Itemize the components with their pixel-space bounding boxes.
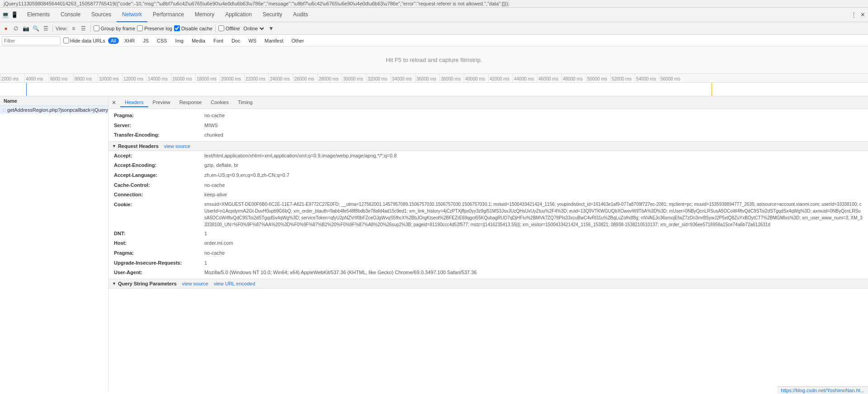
timeline-area: 2000 ms4000 ms6000 ms8000 ms10000 ms1200… <box>0 74 868 96</box>
timeline-tick: 46000 ms <box>537 74 561 82</box>
filter-type-all[interactable]: All <box>108 38 119 44</box>
inspect-icon[interactable]: 💻 <box>2 11 9 19</box>
timeline-tick: 24000 ms <box>269 74 293 82</box>
query-string-section-title[interactable]: ▼ Query String Parameters view source vi… <box>108 279 868 289</box>
header-value: no-cache <box>204 112 863 120</box>
view-source-link[interactable]: view source <box>164 143 190 149</box>
sep3 <box>215 25 216 32</box>
timeline-tick: 36000 ms <box>415 74 439 82</box>
status-url: https://blog.csdn.net/YoshimoNan.ht... <box>781 388 864 392</box>
preserve-log-label[interactable]: Preserve log <box>137 25 172 31</box>
right-tab-headers[interactable]: Headers <box>120 98 148 107</box>
filter-type-font[interactable]: Font <box>211 38 226 44</box>
filter-type-css[interactable]: CSS <box>154 38 170 44</box>
disable-cache-text: Disable cache <box>181 26 212 31</box>
tab-sources[interactable]: Sources <box>86 8 117 22</box>
timeline-tick: 22000 ms <box>244 74 269 82</box>
timeline-tick: 26000 ms <box>293 74 317 82</box>
timeline-marker-left <box>26 83 27 96</box>
header-value: 1 <box>204 259 863 267</box>
preserve-log-text: Preserve log <box>144 26 172 31</box>
request-header-row: Accept:text/html,application/xhtml+xml,a… <box>108 151 868 161</box>
filter-type-js[interactable]: JS <box>140 38 151 44</box>
throttle-dropdown-icon[interactable]: ▼ <box>267 24 275 33</box>
request-headers-title: Request Headers <box>118 143 159 149</box>
device-icon[interactable]: 📱 <box>11 11 18 19</box>
group-by-frame-checkbox[interactable] <box>94 25 99 31</box>
header-value: keep-alive <box>204 191 863 199</box>
right-tab-timing[interactable]: Timing <box>233 98 257 107</box>
sep2 <box>90 25 91 32</box>
request-headers-rows: Accept:text/html,application/xhtml+xml,a… <box>108 151 868 278</box>
devtools-container: 💻 📱 Elements Console Sources Network Per… <box>0 8 868 392</box>
timeline-tick: 10000 ms <box>98 74 122 82</box>
preserve-log-checkbox[interactable] <box>137 25 143 31</box>
filter-type-other[interactable]: Other <box>289 38 307 44</box>
capture-screenshot-btn[interactable]: 📷 <box>22 24 30 33</box>
request-item[interactable]: □ getAddressRegion.php?jsonpcallback=jQu… <box>0 106 108 114</box>
disable-cache-label[interactable]: Disable cache <box>174 25 212 31</box>
group-by-frame-label[interactable]: Group by frame <box>94 25 135 31</box>
clear-btn[interactable]: ∅ <box>12 24 20 33</box>
right-tab-preview[interactable]: Preview <box>148 98 175 107</box>
search-btn[interactable]: ☰ <box>42 24 50 33</box>
tab-elements[interactable]: Elements <box>22 8 55 22</box>
header-key: DNT: <box>114 230 204 238</box>
query-view-source-link[interactable]: view source <box>182 281 208 286</box>
close-devtools-icon[interactable]: ✕ <box>859 11 866 19</box>
right-tab-cookies[interactable]: Cookies <box>206 98 233 107</box>
request-header-row: Cache-Control:no-cache <box>108 180 868 190</box>
tab-memory[interactable]: Memory <box>189 8 220 22</box>
tab-performance[interactable]: Performance <box>147 8 189 22</box>
timeline-tick: 56000 ms <box>659 74 684 82</box>
filter-input[interactable] <box>2 36 61 45</box>
view-list-btn[interactable]: ≡ <box>70 24 78 33</box>
filter-type-media[interactable]: Media <box>189 38 208 44</box>
tab-application[interactable]: Application <box>220 8 257 22</box>
timeline-tick: 8000 ms <box>73 74 98 82</box>
devtools-icons: 💻 📱 <box>2 11 18 19</box>
timeline-tick: 14000 ms <box>146 74 171 82</box>
header-value: Mozilla/5.0 (Windows NT 10.0; Win64; x64… <box>204 269 863 277</box>
timeline-tick: 20000 ms <box>220 74 244 82</box>
right-tab-response[interactable]: Response <box>175 98 207 107</box>
tab-audits[interactable]: Audits <box>288 8 313 22</box>
filter-type-manifest[interactable]: Manifest <box>262 38 286 44</box>
header-key: Transfer-Encoding: <box>114 131 204 139</box>
more-options-icon[interactable]: ⋮ <box>850 11 857 19</box>
hide-data-urls-checkbox[interactable] <box>63 38 69 43</box>
filter-type-img[interactable]: Img <box>173 38 186 44</box>
request-headers-section-title[interactable]: ▼ Request Headers view source <box>108 141 868 151</box>
timeline-tick: 40000 ms <box>464 74 488 82</box>
network-throttle-select[interactable]: Online <box>242 25 265 32</box>
right-panel-tabs: ✕ Headers Preview Response Cookies Timin… <box>108 96 868 109</box>
timeline-tick: 52000 ms <box>610 74 635 82</box>
header-key: Cookie: <box>114 201 204 228</box>
header-key: Server: <box>114 122 204 130</box>
tab-security[interactable]: Security <box>257 8 288 22</box>
offline-label[interactable]: Offline <box>218 25 240 31</box>
timeline-tick: 42000 ms <box>488 74 513 82</box>
filmstrip-area: Hit F5 to reload and capture filmstrip. <box>0 47 868 74</box>
tab-network[interactable]: Network <box>117 8 147 22</box>
filter-type-xhr[interactable]: XHR <box>122 38 137 44</box>
offline-text: Offline <box>226 26 240 31</box>
timeline-tick: 12000 ms <box>122 74 146 82</box>
hide-data-urls-label[interactable]: Hide data URLs <box>63 38 105 43</box>
header-key: Host: <box>114 239 204 247</box>
timeline-tick: 38000 ms <box>439 74 464 82</box>
filter-type-doc[interactable]: Doc <box>229 38 243 44</box>
view-large-btn[interactable]: ☰ <box>80 24 88 33</box>
timeline-tick: 2000 ms <box>0 74 24 82</box>
tab-console[interactable]: Console <box>55 8 86 22</box>
offline-checkbox[interactable] <box>218 25 224 31</box>
panel-close-btn[interactable]: ✕ <box>110 99 118 106</box>
record-btn[interactable]: ● <box>2 24 10 33</box>
query-view-url-encoded-link[interactable]: view URL encoded <box>214 281 255 286</box>
disable-cache-checkbox[interactable] <box>174 25 180 31</box>
timeline-tick: 34000 ms <box>391 74 415 82</box>
filter-toggle-btn[interactable]: 🔍 <box>32 24 40 33</box>
hide-data-urls-text: Hide data URLs <box>70 38 105 43</box>
header-value: MIWS <box>204 122 863 130</box>
filter-type-ws[interactable]: WS <box>245 38 259 44</box>
